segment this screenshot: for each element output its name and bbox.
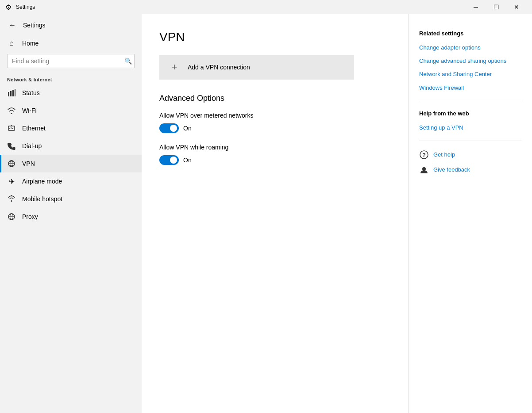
network-sharing-center-link[interactable]: Network and Sharing Center xyxy=(419,70,521,78)
home-icon: ⌂ xyxy=(7,39,16,48)
divider-2 xyxy=(419,141,521,141)
get-help-link[interactable]: Get help xyxy=(433,151,455,158)
sidebar-item-proxy-label: Proxy xyxy=(22,213,38,220)
sidebar-item-proxy[interactable]: Proxy xyxy=(0,208,142,226)
ethernet-icon xyxy=(7,124,16,133)
sidebar-item-status[interactable]: Status xyxy=(0,84,142,102)
vpn-metered-toggle[interactable] xyxy=(159,123,179,133)
help-from-web-title: Help from the web xyxy=(419,110,521,117)
sidebar-item-status-label: Status xyxy=(22,89,40,96)
svg-point-20 xyxy=(422,167,426,171)
search-icon-button[interactable]: 🔍 xyxy=(124,57,132,65)
vpn-roaming-option: Allow VPN while roaming On xyxy=(159,144,390,165)
app-body: ← Settings ⌂ Home 🔍 Network & Internet S… xyxy=(0,14,532,413)
svg-rect-2 xyxy=(12,90,14,96)
main-content: VPN + Add a VPN connection Advanced Opti… xyxy=(142,14,408,413)
sidebar-item-hotspot-label: Mobile hotspot xyxy=(22,195,62,203)
sidebar-item-home-label: Home xyxy=(22,40,39,47)
change-adapter-options-link[interactable]: Change adapter options xyxy=(419,44,521,52)
hotspot-icon xyxy=(7,195,16,203)
get-help-icon: ? xyxy=(419,150,429,160)
svg-rect-4 xyxy=(8,126,15,130)
back-button[interactable]: ← xyxy=(7,19,18,31)
sidebar-item-dialup[interactable]: Dial-up xyxy=(0,137,142,155)
vpn-metered-label: Allow VPN over metered networks xyxy=(159,112,390,119)
vpn-roaming-toggle-label: On xyxy=(183,157,192,164)
title-bar-left: ⚙ Settings xyxy=(5,3,35,11)
sidebar-item-wifi[interactable]: Wi-Fi xyxy=(0,102,142,119)
right-panel: Related settings Change adapter options … xyxy=(408,14,532,413)
add-vpn-button[interactable]: + Add a VPN connection xyxy=(159,55,354,80)
proxy-icon xyxy=(7,212,16,221)
vpn-roaming-label: Allow VPN while roaming xyxy=(159,144,390,151)
sidebar-item-ethernet[interactable]: Ethernet xyxy=(0,119,142,137)
advanced-options-title: Advanced Options xyxy=(159,94,390,103)
title-bar-title: Settings xyxy=(16,4,35,10)
sidebar-item-airplane[interactable]: ✈ Airplane mode xyxy=(0,172,142,190)
sidebar-section-label: Network & Internet xyxy=(0,73,142,84)
dialup-icon xyxy=(7,141,16,150)
sidebar-item-home[interactable]: ⌂ Home xyxy=(0,34,142,52)
svg-rect-3 xyxy=(15,89,15,96)
app-icon: ⚙ xyxy=(5,3,12,11)
page-title: VPN xyxy=(159,30,390,44)
vpn-roaming-toggle-row: On xyxy=(159,155,390,165)
sidebar-item-dialup-label: Dial-up xyxy=(22,142,42,149)
divider xyxy=(419,101,521,101)
setting-up-vpn-link[interactable]: Setting up a VPN xyxy=(419,124,521,132)
wifi-icon xyxy=(7,106,16,115)
vpn-metered-toggle-row: On xyxy=(159,123,390,133)
add-vpn-plus-icon: + xyxy=(168,61,181,73)
svg-rect-1 xyxy=(10,91,12,96)
change-advanced-sharing-link[interactable]: Change advanced sharing options xyxy=(419,57,521,65)
status-icon xyxy=(7,88,16,97)
minimize-button[interactable]: ─ xyxy=(466,0,486,14)
get-help-row[interactable]: ? Get help xyxy=(419,150,521,160)
feedback-icon xyxy=(419,165,429,175)
sidebar-search: 🔍 xyxy=(7,54,135,68)
sidebar-header: ← Settings xyxy=(0,14,142,34)
sidebar-item-hotspot[interactable]: Mobile hotspot xyxy=(0,190,142,208)
sidebar-item-vpn[interactable]: VPN xyxy=(0,155,142,172)
sidebar-header-title: Settings xyxy=(23,22,46,29)
close-button[interactable]: ✕ xyxy=(506,0,527,14)
give-feedback-link[interactable]: Give feedback xyxy=(433,166,470,173)
sidebar-item-airplane-label: Airplane mode xyxy=(22,178,62,185)
svg-text:?: ? xyxy=(422,152,426,158)
title-bar-controls: ─ ☐ ✕ xyxy=(466,0,527,14)
add-vpn-label: Add a VPN connection xyxy=(188,64,250,71)
svg-rect-0 xyxy=(8,92,9,96)
title-bar: ⚙ Settings ─ ☐ ✕ xyxy=(0,0,532,14)
vpn-metered-toggle-label: On xyxy=(183,125,192,132)
vpn-roaming-toggle[interactable] xyxy=(159,155,179,165)
sidebar-item-ethernet-label: Ethernet xyxy=(22,125,46,132)
sidebar-item-wifi-label: Wi-Fi xyxy=(22,107,37,114)
vpn-icon xyxy=(7,159,16,168)
sidebar: ← Settings ⌂ Home 🔍 Network & Internet S… xyxy=(0,14,142,413)
vpn-metered-option: Allow VPN over metered networks On xyxy=(159,112,390,133)
sidebar-item-vpn-label: VPN xyxy=(22,160,35,167)
search-input[interactable] xyxy=(7,54,135,68)
maximize-button[interactable]: ☐ xyxy=(486,0,506,14)
windows-firewall-link[interactable]: Windows Firewall xyxy=(419,84,521,92)
airplane-icon: ✈ xyxy=(7,177,16,186)
give-feedback-row[interactable]: Give feedback xyxy=(419,165,521,175)
related-settings-title: Related settings xyxy=(419,30,521,37)
